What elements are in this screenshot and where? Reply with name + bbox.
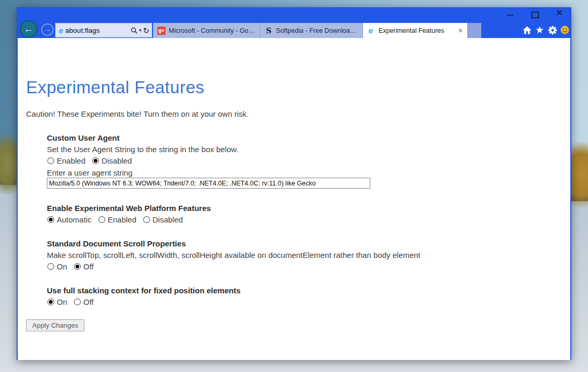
radio-enabled[interactable]: Enabled	[47, 156, 85, 165]
section-heading-stacking-context: Use full stacking context for fixed posi…	[47, 286, 241, 295]
section-description: Make scrollTop, scrollLeft, scrollWidth,…	[47, 251, 420, 259]
radio-circle[interactable]	[74, 263, 81, 270]
scroll-properties-options: On Off	[47, 262, 94, 271]
search-dropdown-icon[interactable]: ▾	[139, 28, 142, 33]
desktop-wallpaper: ✕ ← → e ▾ ↻ g	[0, 0, 588, 372]
refresh-icon[interactable]: ↻	[143, 27, 149, 34]
ie-favicon: e	[369, 27, 373, 34]
user-agent-input[interactable]	[47, 178, 370, 189]
maximize-button[interactable]	[531, 11, 539, 18]
favorites-star-icon[interactable]: ★	[534, 25, 545, 35]
radio-label: Off	[83, 262, 94, 271]
radio-label: Disabled	[153, 215, 183, 224]
back-arrow-icon: ←	[24, 23, 34, 34]
radio-enabled[interactable]: Enabled	[98, 215, 136, 224]
tab-experimental-features[interactable]: e Experimental Features ✕	[363, 23, 467, 38]
radio-label: On	[57, 262, 67, 271]
radio-circle[interactable]	[74, 299, 81, 305]
section-description: Set the User Agent String to the string …	[47, 145, 239, 154]
web-platform-options: Automatic Enabled Disabled	[47, 215, 183, 224]
back-button[interactable]: ←	[20, 20, 37, 38]
browser-window: ✕ ← → e ▾ ↻ g	[17, 7, 571, 360]
tab-label: Softpedia - Free Downloads En...	[276, 27, 358, 34]
radio-automatic[interactable]: Automatic	[47, 215, 92, 224]
google-plus-icon: g+	[157, 27, 166, 35]
radio-label: Off	[83, 297, 94, 306]
radio-circle[interactable]	[47, 216, 54, 223]
new-tab-button[interactable]	[467, 23, 481, 38]
tab-label: Microsoft - Community - Goo...	[169, 27, 256, 34]
feedback-smiley-icon[interactable]	[560, 25, 570, 35]
tab-softpedia[interactable]: S Softpedia - Free Downloads En...	[260, 23, 363, 38]
ie-favicon: e	[59, 27, 63, 34]
tab-label: Experimental Features	[379, 27, 454, 34]
tab-microsoft-community[interactable]: g+ Microsoft - Community - Goo...	[153, 23, 260, 38]
radio-on[interactable]: On	[47, 297, 67, 306]
page-title: Experimental Features	[26, 78, 204, 97]
radio-label: On	[57, 297, 67, 306]
section-heading-scroll-properties: Standard Document Scroll Properties	[47, 239, 186, 248]
section-heading-custom-user-agent: Custom User Agent	[47, 133, 119, 142]
radio-circle[interactable]	[143, 216, 150, 223]
titlebar[interactable]: ✕ ← → e ▾ ↻ g	[18, 8, 570, 38]
minimize-button[interactable]	[507, 15, 514, 16]
radio-circle[interactable]	[92, 157, 99, 164]
radio-on[interactable]: On	[47, 262, 67, 271]
address-input[interactable]	[65, 27, 131, 34]
radio-off[interactable]: Off	[74, 297, 94, 306]
page-content: Experimental Features Caution! These Exp…	[18, 38, 570, 360]
custom-user-agent-options: Enabled Disabled	[47, 156, 132, 165]
search-icon[interactable]	[131, 27, 137, 34]
apply-changes-button[interactable]: Apply Changes	[26, 319, 84, 331]
radio-circle[interactable]	[47, 299, 54, 305]
caution-text: Caution! These Experiments bite! Turn th…	[26, 109, 248, 118]
radio-disabled[interactable]: Disabled	[92, 156, 132, 165]
settings-gear-icon[interactable]	[547, 25, 558, 35]
home-icon[interactable]	[522, 25, 532, 35]
radio-circle[interactable]	[98, 216, 105, 223]
radio-circle[interactable]	[47, 157, 54, 164]
radio-label: Enabled	[108, 215, 136, 224]
radio-circle[interactable]	[47, 263, 54, 270]
forward-arrow-icon: →	[44, 26, 51, 33]
radio-off[interactable]: Off	[74, 262, 94, 271]
forward-button[interactable]: →	[41, 23, 54, 36]
section-heading-web-platform-features: Enable Experimental Web Platform Feature…	[47, 204, 211, 213]
close-button[interactable]: ✕	[555, 9, 564, 17]
user-agent-input-label: Enter a user agent string	[47, 168, 132, 177]
radio-disabled[interactable]: Disabled	[143, 215, 183, 224]
softpedia-icon: S	[265, 27, 273, 35]
radio-label: Automatic	[57, 215, 92, 224]
radio-label: Disabled	[102, 156, 132, 165]
address-bar[interactable]: e ▾ ↻	[55, 23, 152, 38]
stacking-context-options: On Off	[47, 297, 94, 306]
radio-label: Enabled	[57, 156, 85, 165]
tab-close-icon[interactable]: ✕	[458, 27, 463, 34]
